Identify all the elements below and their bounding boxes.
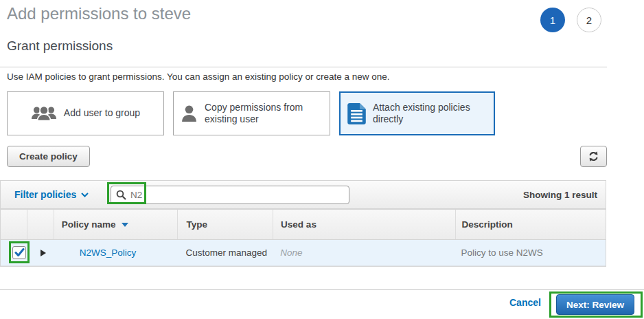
row-expand-cell bbox=[27, 240, 54, 265]
header-checkbox-cell bbox=[1, 210, 27, 239]
header-used-as-label: Used as bbox=[281, 219, 317, 230]
policy-document-icon bbox=[347, 103, 366, 124]
wizard-steps: 1 2 bbox=[540, 8, 601, 32]
policy-description: Policy to use N2WS bbox=[461, 248, 543, 258]
option-label: Copy permissions from existing user bbox=[205, 102, 323, 126]
header-expand-cell bbox=[27, 210, 54, 239]
policy-search-box bbox=[111, 186, 349, 204]
row-description-cell: Policy to use N2WS bbox=[455, 240, 606, 265]
sort-desc-icon bbox=[122, 223, 128, 227]
footer-divider bbox=[0, 289, 644, 290]
permission-options: Add user to group Copy permissions from … bbox=[7, 91, 495, 135]
policy-type: Customer managed bbox=[185, 248, 267, 258]
policy-name-link[interactable]: N2WS_Policy bbox=[80, 248, 137, 258]
wizard-step-2: 2 bbox=[577, 8, 601, 32]
section-description: Use IAM policies to grant permissions. Y… bbox=[7, 72, 390, 82]
option-add-user-to-group[interactable]: Add user to group bbox=[7, 91, 164, 135]
row-used-as-cell: None bbox=[273, 240, 455, 265]
iam-add-permissions-page: Add permissions to steve 1 2 Grant permi… bbox=[0, 0, 644, 319]
user-icon bbox=[181, 104, 198, 123]
refresh-icon bbox=[588, 151, 599, 162]
header-type[interactable]: Type bbox=[177, 210, 273, 239]
row-type-cell: Customer managed bbox=[177, 240, 273, 265]
policy-used-as: None bbox=[280, 248, 302, 258]
option-copy-permissions[interactable]: Copy permissions from existing user bbox=[173, 91, 330, 135]
create-policy-button[interactable]: Create policy bbox=[7, 146, 90, 167]
option-label: Attach existing policies directly bbox=[373, 102, 487, 126]
policies-table: Policy name Type Used as Description bbox=[0, 209, 606, 267]
header-used-as[interactable]: Used as bbox=[273, 210, 455, 239]
table-row[interactable]: N2WS_Policy Customer managed None Policy… bbox=[1, 240, 606, 266]
section-divider bbox=[0, 67, 607, 67]
search-input[interactable] bbox=[129, 187, 349, 203]
filter-policies-label: Filter policies bbox=[14, 189, 76, 200]
header-description-label: Description bbox=[462, 219, 513, 230]
wizard-step-1: 1 bbox=[540, 8, 565, 32]
checkmark-icon bbox=[14, 248, 25, 257]
header-type-label: Type bbox=[186, 219, 207, 230]
header-description[interactable]: Description bbox=[455, 210, 606, 239]
row-checkbox-cell bbox=[1, 240, 27, 265]
results-count: Showing 1 result bbox=[523, 190, 597, 200]
header-policy-name-label: Policy name bbox=[62, 219, 116, 230]
cancel-link[interactable]: Cancel bbox=[509, 297, 541, 308]
option-attach-existing-policies[interactable]: Attach existing policies directly bbox=[339, 91, 495, 135]
page-title: Add permissions to steve bbox=[7, 4, 191, 23]
group-icon bbox=[31, 104, 57, 122]
section-heading: Grant permissions bbox=[7, 38, 113, 54]
table-header-row: Policy name Type Used as Description bbox=[1, 210, 606, 240]
refresh-button[interactable] bbox=[580, 146, 607, 167]
next-review-button[interactable]: Next: Review bbox=[556, 294, 634, 315]
row-checkbox[interactable] bbox=[12, 246, 26, 259]
chevron-down-icon bbox=[81, 192, 89, 197]
option-label: Add user to group bbox=[64, 107, 140, 120]
row-policy-name-cell: N2WS_Policy bbox=[54, 240, 178, 265]
header-policy-name[interactable]: Policy name bbox=[54, 210, 178, 239]
filter-policies-dropdown[interactable]: Filter policies bbox=[14, 189, 89, 200]
search-icon bbox=[116, 190, 126, 200]
expand-icon[interactable] bbox=[41, 250, 46, 256]
filter-bar: Filter policies Showing 1 result bbox=[0, 180, 606, 209]
